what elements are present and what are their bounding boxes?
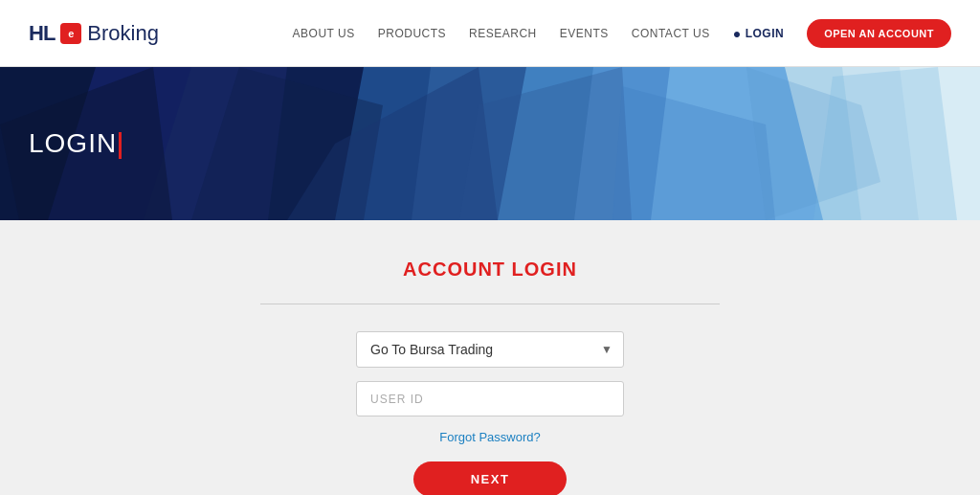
svg-marker-20 [813, 67, 957, 220]
nav-products[interactable]: PRODUCTS [378, 27, 446, 40]
user-id-input[interactable] [356, 381, 624, 416]
account-login-title: ACCOUNT LOGIN [403, 259, 577, 281]
nav-events[interactable]: EVENTS [560, 27, 609, 40]
banner: LOGIN [0, 67, 980, 220]
logo-broking: Broking [87, 21, 159, 46]
cursor-icon [119, 132, 122, 159]
nav-login[interactable]: ● LOGIN [733, 26, 784, 41]
open-account-button[interactable]: OPEN AN ACCOUNT [807, 19, 951, 48]
nav-login-label: LOGIN [746, 27, 785, 40]
trading-select[interactable]: Go To Bursa Trading Go To US Trading Go … [356, 331, 624, 368]
logo-cube-icon: e [60, 23, 81, 44]
nav-contact-us[interactable]: CONTACT US [632, 27, 710, 40]
nav-about-us[interactable]: ABOUT US [293, 27, 355, 40]
forgot-password-link[interactable]: Forgot Password? [439, 430, 541, 444]
banner-geo [0, 67, 980, 220]
person-icon: ● [733, 26, 742, 41]
logo-hl: HL [29, 21, 55, 46]
next-button[interactable]: NEXT [413, 461, 568, 495]
login-form: Go To Bursa Trading Go To US Trading Go … [356, 331, 624, 495]
select-wrapper: Go To Bursa Trading Go To US Trading Go … [356, 331, 624, 368]
header: HL e Broking ABOUT US PRODUCTS RESEARCH … [0, 0, 980, 67]
nav-research[interactable]: RESEARCH [469, 27, 537, 40]
logo: HL e Broking [29, 21, 159, 46]
main-content: ACCOUNT LOGIN Go To Bursa Trading Go To … [0, 220, 980, 495]
banner-title: LOGIN [29, 128, 122, 159]
nav: ABOUT US PRODUCTS RESEARCH EVENTS CONTAC… [293, 19, 951, 48]
divider [260, 304, 720, 304]
